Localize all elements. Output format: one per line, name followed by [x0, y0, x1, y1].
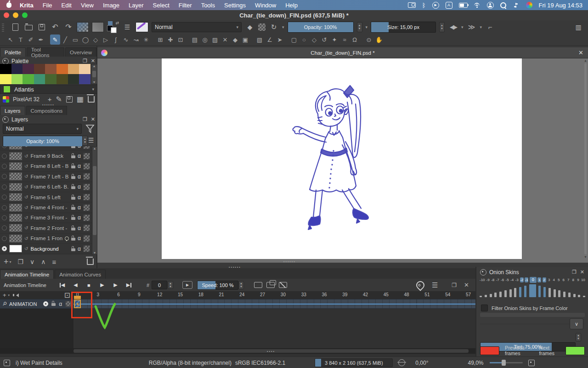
play-button[interactable]: ▶ — [96, 281, 108, 289]
layer-opacity-spinner[interactable]: ▲▼ — [82, 136, 88, 146]
tab-overview[interactable]: Overview — [65, 47, 96, 57]
save-icon[interactable] — [37, 22, 47, 32]
gradient-chooser-icon[interactable] — [77, 22, 89, 32]
onion-offset--7[interactable]: -7 — [496, 277, 499, 282]
layer-visibility-icon[interactable] — [2, 205, 7, 210]
menu-image[interactable]: Image — [98, 2, 124, 9]
layer-row[interactable]: ↺Frame 3 Front - ...α — [0, 213, 92, 223]
size-spinner[interactable]: ▲▼ — [439, 22, 445, 32]
palette-color-cell[interactable] — [45, 64, 57, 74]
ruler-frame-15[interactable]: 15 — [175, 292, 186, 297]
lock-icon[interactable] — [71, 238, 75, 241]
current-frame-spinbox[interactable]: 0 — [152, 281, 167, 289]
scroll-down-icon[interactable]: ▼ — [93, 251, 96, 254]
preserve-alpha-icon[interactable] — [258, 23, 266, 31]
tool-dynamic-brush-icon[interactable]: ↝ — [131, 34, 141, 45]
close-docker-icon[interactable]: ✕ — [580, 269, 584, 275]
layer-visibility-icon[interactable] — [2, 164, 7, 169]
onion-offset--8[interactable]: -8 — [491, 277, 495, 282]
document-tab-title[interactable]: Char_(tie_down)_FIN.psd * — [97, 50, 588, 56]
onion-offset-7[interactable]: 7 — [566, 277, 570, 282]
tool-ellipse-select-icon[interactable]: ○ — [299, 34, 309, 45]
palette-color-cell[interactable] — [11, 74, 23, 84]
opacity-slider[interactable]: Opacity: 100% — [288, 22, 354, 33]
brush-preset-icon[interactable] — [136, 22, 148, 32]
eraser-mode-icon[interactable]: ◆ — [245, 22, 255, 32]
inherit-alpha-icon[interactable] — [83, 184, 90, 190]
chevron-down-icon[interactable]: ▾ — [461, 25, 464, 29]
tool-freehand-select-icon[interactable]: ↺ — [319, 34, 329, 45]
tool-ellipse-icon[interactable]: ◯ — [80, 34, 90, 45]
float-docker-icon[interactable]: ❐ — [572, 269, 577, 275]
tool-move-icon[interactable]: ✚ — [165, 34, 175, 45]
alpha-lock-icon[interactable]: α — [78, 225, 81, 231]
onion-bar--9[interactable] — [485, 295, 487, 297]
layer-visibility-icon[interactable] — [2, 246, 7, 251]
filter-onion-checkbox[interactable] — [481, 305, 488, 311]
track-inherit-alpha-icon[interactable] — [65, 301, 71, 307]
layer-visibility-icon[interactable] — [2, 225, 7, 230]
inherit-alpha-icon[interactable] — [83, 245, 90, 252]
zoom-slider[interactable] — [490, 362, 523, 363]
onion-offset-4[interactable]: 4 — [552, 277, 556, 282]
palette-color-cell[interactable] — [23, 74, 34, 84]
create-duplicate-frame-icon[interactable] — [266, 282, 275, 288]
zoom-fit-icon[interactable] — [528, 360, 535, 366]
layers-scrollbar[interactable]: ▲▼ — [92, 146, 97, 255]
inherit-alpha-icon[interactable] — [83, 224, 90, 231]
redo-icon[interactable]: ↷ — [63, 22, 74, 32]
onion-bar-6[interactable] — [563, 292, 565, 297]
stop-button[interactable]: ■ — [83, 281, 95, 289]
palette-color-cell[interactable] — [57, 64, 68, 74]
scroll-up-icon[interactable]: ▲ — [584, 59, 587, 62]
audio-options-icon[interactable] — [14, 293, 19, 297]
tool-transform-icon[interactable]: ⊞ — [155, 34, 165, 45]
lock-icon[interactable] — [71, 186, 75, 189]
tool-assistants-icon[interactable]: ➤ — [275, 34, 285, 45]
inherit-alpha-icon[interactable] — [83, 235, 90, 242]
scroll-up-icon[interactable]: ▲ — [93, 64, 96, 68]
ruler-frame-39[interactable]: 39 — [339, 292, 351, 297]
onion-offset-10[interactable]: 10 — [581, 277, 585, 282]
onion-bar-10[interactable] — [583, 296, 585, 297]
onion-bar-2[interactable] — [543, 287, 546, 297]
onion-bar--3[interactable] — [514, 288, 516, 297]
apple-menu-icon[interactable] — [6, 2, 11, 8]
fg-bg-color-chip[interactable]: ⇄ — [107, 22, 119, 32]
tint-spinner[interactable]: ▲▼ — [576, 333, 581, 341]
layer-visibility-icon[interactable] — [2, 195, 7, 200]
alpha-lock-icon[interactable]: α — [78, 246, 81, 252]
save-palette-icon[interactable] — [66, 96, 73, 103]
palette-color-cell[interactable] — [34, 74, 45, 84]
layer-options-icon[interactable]: ☰ — [88, 137, 94, 144]
skip-to-start-button[interactable]: ◀ — [57, 281, 68, 289]
scroll-down-icon[interactable]: ▼ — [584, 255, 587, 259]
tool-bezier-curve-icon[interactable]: ∫ — [111, 34, 121, 45]
new-document-icon[interactable] — [10, 22, 20, 32]
tool-text-icon[interactable]: T — [16, 34, 26, 45]
spotlight-icon[interactable] — [500, 2, 506, 8]
palette-color-cell[interactable] — [45, 74, 57, 84]
onion-bar-3[interactable] — [548, 288, 551, 297]
chevron-down-icon[interactable]: ▾ — [282, 25, 284, 29]
zoom-to-playhead-icon[interactable]: ⊡ — [64, 292, 70, 299]
control-center-icon[interactable] — [513, 3, 520, 8]
layer-visibility-icon[interactable] — [2, 174, 7, 179]
onion-offset-2[interactable]: 2 — [543, 277, 546, 282]
onion-offset--10[interactable]: -10 — [480, 277, 485, 282]
tool-edit-shapes-icon[interactable]: ✐ — [26, 34, 36, 45]
user-icon[interactable] — [487, 2, 494, 9]
onion-bar-1[interactable] — [538, 286, 541, 297]
tool-calligraphy-icon[interactable]: ✒ — [36, 34, 46, 45]
palette-color-cell[interactable] — [79, 74, 90, 84]
track-alpha-icon[interactable]: α — [59, 301, 62, 307]
ruler-frame-18[interactable]: 18 — [195, 292, 206, 297]
tool-freehand-brush-icon[interactable]: ✎ — [50, 34, 60, 45]
layer-row[interactable]: ↺Frame 6 Left- B...α — [0, 182, 92, 192]
onion-offset-0[interactable]: 0 — [530, 277, 537, 283]
tool-line-icon[interactable]: ╱ — [60, 34, 70, 45]
ruler-frame-45[interactable]: 45 — [380, 292, 391, 297]
palette-grid-icon[interactable]: ▦ — [77, 96, 84, 103]
delete-palette-icon[interactable] — [88, 96, 95, 103]
tool-magnetic-select-icon[interactable]: Ω — [350, 34, 360, 45]
